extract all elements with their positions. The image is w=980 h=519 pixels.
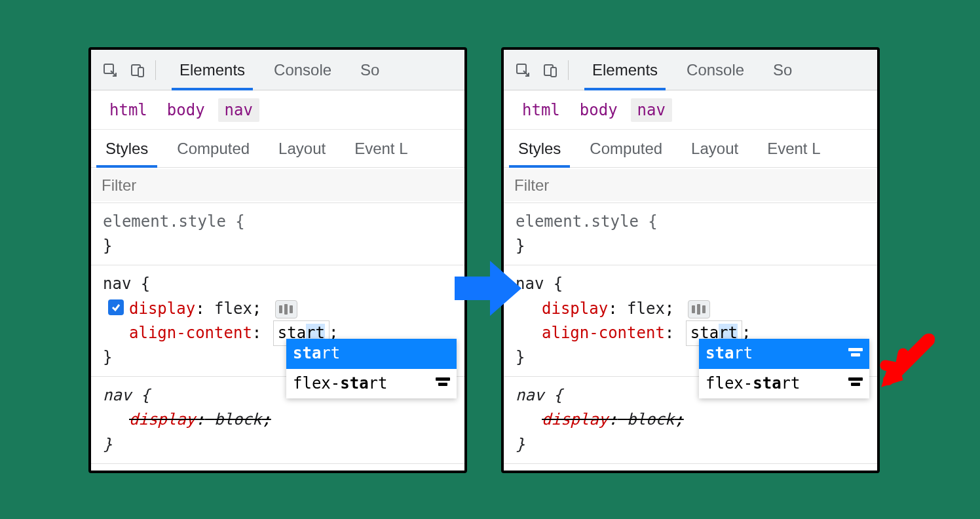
tab-sources-cut[interactable]: So: [346, 50, 394, 90]
filter-row: [91, 168, 464, 203]
val-flex: flex: [214, 299, 252, 318]
toolbar-divider: [568, 60, 569, 80]
decl-ua-display: display: block;: [103, 408, 453, 432]
tab-elements[interactable]: Elements: [165, 50, 259, 90]
close-brace: }: [103, 234, 453, 258]
crumb-nav[interactable]: nav: [631, 98, 672, 122]
decl-display[interactable]: display: flex;: [103, 297, 453, 321]
decl-display[interactable]: display: flex;: [516, 297, 865, 321]
align-start-icon: [848, 348, 863, 360]
close-brace: }: [516, 234, 865, 258]
decl-ua-display: display: block;: [516, 408, 865, 432]
rule-element-style[interactable]: element.style { }: [504, 203, 877, 265]
flexbox-editor-icon[interactable]: [688, 300, 710, 318]
breadcrumb: html body nav: [504, 90, 877, 130]
svg-rect-2: [138, 67, 143, 77]
rule-element-style[interactable]: element.style { }: [91, 203, 464, 265]
filter-row: [504, 168, 877, 203]
autocomplete-popup: start flex-start: [699, 339, 869, 398]
device-icon[interactable]: [539, 59, 561, 81]
main-tabs: Elements Console So: [165, 50, 394, 90]
devtools-panel-after: Elements Console So html body nav Styles…: [501, 47, 880, 473]
filter-input[interactable]: [92, 169, 463, 201]
callout-arrow-icon: [876, 333, 935, 392]
ac-item-flex-start[interactable]: flex-start: [286, 369, 457, 398]
crumb-nav[interactable]: nav: [218, 98, 259, 122]
subtab-computed[interactable]: Computed: [575, 130, 677, 167]
ac-item-start[interactable]: start: [286, 339, 457, 368]
val-flex: flex: [627, 299, 665, 318]
breadcrumb: html body nav: [91, 90, 464, 130]
ac-item-start[interactable]: start: [699, 339, 869, 368]
subtab-layout[interactable]: Layout: [677, 130, 753, 167]
subtab-event-listeners-cut[interactable]: Event L: [753, 130, 835, 167]
subtab-layout[interactable]: Layout: [264, 130, 340, 167]
checkbox-icon[interactable]: [108, 299, 124, 315]
main-tabs: Elements Console So: [578, 50, 806, 90]
filter-input[interactable]: [505, 169, 876, 201]
prop-align-content: align-content: [542, 324, 665, 342]
align-start-icon: [436, 377, 450, 389]
transition-arrow-icon: [447, 249, 525, 328]
selector-nav: nav {: [103, 272, 453, 296]
selector-nav: nav {: [516, 272, 865, 296]
flexbox-editor-icon[interactable]: [275, 300, 297, 318]
selector-element-style: element.style {: [103, 210, 453, 234]
autocomplete-popup: start flex-start: [286, 339, 457, 398]
main-toolbar: Elements Console So: [91, 50, 464, 90]
crumb-html[interactable]: html: [103, 98, 154, 122]
subtab-event-listeners-cut[interactable]: Event L: [340, 130, 422, 167]
tab-console[interactable]: Console: [259, 50, 346, 90]
prop-display: display: [129, 299, 195, 318]
align-start-icon: [848, 377, 863, 389]
selector-element-style: element.style {: [516, 210, 865, 234]
subtab-computed[interactable]: Computed: [162, 130, 264, 167]
tab-console[interactable]: Console: [672, 50, 759, 90]
tab-sources-cut[interactable]: So: [759, 50, 806, 90]
styles-subtabs: Styles Computed Layout Event L: [91, 130, 464, 168]
inspect-icon[interactable]: [512, 59, 534, 81]
prop-align-content: align-content: [129, 324, 252, 342]
main-toolbar: Elements Console So: [504, 50, 877, 90]
rule-nav[interactable]: nav { display: flex; align-content: star…: [91, 265, 464, 377]
device-icon[interactable]: [126, 59, 149, 81]
styles-rules: element.style { } nav { display: flex; a…: [91, 203, 464, 464]
tab-elements[interactable]: Elements: [578, 50, 672, 90]
subtab-styles[interactable]: Styles: [504, 130, 575, 167]
crumb-body[interactable]: body: [573, 98, 624, 122]
close-brace: }: [103, 432, 453, 457]
inspect-icon[interactable]: [99, 59, 121, 81]
prop-display: display: [542, 299, 608, 318]
close-brace: }: [516, 432, 865, 457]
styles-subtabs: Styles Computed Layout Event L: [504, 130, 877, 168]
toolbar-divider: [155, 60, 156, 80]
svg-rect-5: [551, 67, 556, 77]
styles-rules: element.style { } nav { display: flex; a…: [504, 203, 877, 464]
crumb-body[interactable]: body: [160, 98, 212, 122]
ac-item-flex-start[interactable]: flex-start: [699, 369, 869, 398]
rule-nav[interactable]: nav { display: flex; align-content: star…: [504, 265, 877, 377]
subtab-styles[interactable]: Styles: [91, 130, 162, 167]
crumb-html[interactable]: html: [516, 98, 567, 122]
devtools-panel-before: Elements Console So html body nav Styles…: [88, 47, 467, 473]
